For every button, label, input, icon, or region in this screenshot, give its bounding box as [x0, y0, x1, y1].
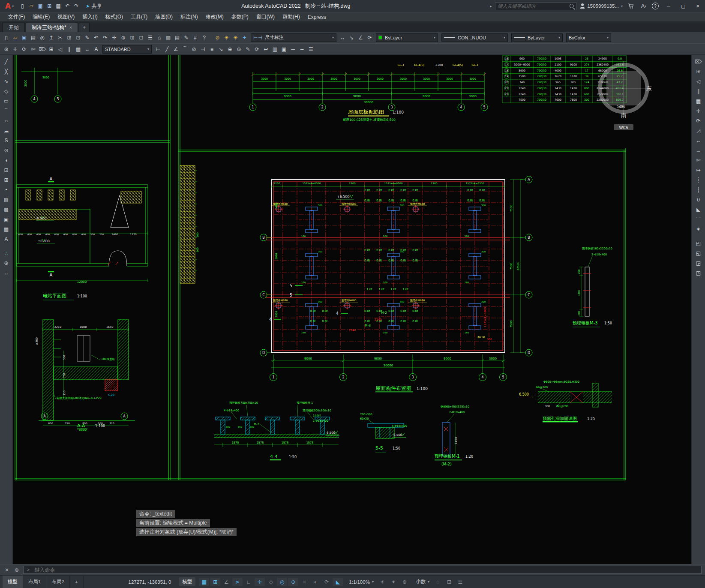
menu-item-4[interactable]: 格式(O) — [102, 12, 127, 21]
fillet-icon[interactable]: ⌒ — [693, 215, 704, 224]
command-input[interactable] — [34, 567, 698, 573]
minimize-button[interactable]: ─ — [661, 0, 676, 12]
search-input[interactable] — [498, 3, 567, 9]
ortho-mode-toggle[interactable]: ∟ — [243, 578, 254, 586]
gradient-icon[interactable]: ▩ — [1, 205, 12, 214]
annotation-visibility-icon[interactable]: ☀ — [222, 33, 231, 42]
grid-display-toggle[interactable]: ▦ — [199, 578, 209, 586]
offset-icon[interactable]: ∥ — [65, 45, 74, 54]
dynamic-ucs-toggle[interactable]: ◣ — [333, 578, 343, 586]
layer-states-icon[interactable]: ▥ — [270, 45, 279, 54]
polygon-icon[interactable]: ◇ — [1, 87, 12, 96]
rotate-icon[interactable]: ⟳ — [693, 116, 704, 126]
dim-radius-icon[interactable]: ⌒ — [180, 45, 189, 54]
dim-edit-icon[interactable]: ✎ — [243, 45, 252, 54]
construction-line-icon[interactable]: ╳ — [1, 67, 12, 76]
mirror-icon[interactable]: ◁ — [693, 77, 704, 86]
ellipse-icon[interactable]: ⊙ — [1, 146, 12, 155]
layout-tab-0[interactable]: 模型 — [3, 576, 23, 588]
autodesk-account-icon[interactable]: A▾ — [639, 1, 648, 11]
snap-mode-toggle[interactable]: ⊞ — [210, 578, 220, 586]
match-properties-icon[interactable]: ✎ — [83, 33, 92, 42]
menu-item-3[interactable]: 插入(I) — [78, 12, 101, 21]
redo-icon[interactable]: ↷ — [72, 2, 81, 10]
menu-item-10[interactable]: 窗口(W) — [252, 12, 279, 21]
undo-icon[interactable]: ↶ — [92, 33, 101, 42]
annotation-visibility-toggle[interactable]: ☀ — [377, 578, 387, 586]
array-icon[interactable]: ▦ — [74, 45, 83, 54]
redo-icon[interactable]: ↷ — [101, 33, 110, 42]
menu-item-12[interactable]: Express — [304, 13, 330, 21]
plot-preview-icon[interactable]: ◎ — [38, 33, 47, 42]
layout-tab-2[interactable]: 布局2 — [46, 576, 69, 588]
color-combo[interactable]: ByLayer ▾ — [376, 33, 438, 42]
workspace-switching-toggle[interactable]: ⊛ — [399, 578, 410, 586]
join-icon[interactable]: ∪ — [693, 195, 704, 204]
arc-icon[interactable]: ⌒ — [1, 106, 12, 116]
copy-tool-icon[interactable]: ⊞ — [47, 45, 56, 54]
annotation-autoscale-icon[interactable]: ☀ — [231, 33, 240, 42]
workspace-icon[interactable]: ⊛ — [2, 45, 11, 54]
new-file-icon[interactable]: ▯ — [2, 33, 11, 42]
design-center-icon[interactable]: ⌂ — [155, 33, 164, 42]
object-snap-tracking-toggle[interactable]: ◎ — [277, 578, 287, 586]
mtext-icon[interactable]: A — [1, 234, 12, 244]
account-menu[interactable]: 1505999135... ▾ — [580, 3, 623, 9]
pan-icon[interactable]: ✛ — [110, 33, 119, 42]
save-icon[interactable]: ▣ — [36, 2, 45, 10]
mirror-icon[interactable]: ◁ — [56, 45, 65, 54]
customize-toggle[interactable]: ☰ — [455, 578, 465, 586]
chamfer-icon[interactable]: ◣ — [693, 205, 704, 214]
draworder-above-icon[interactable]: ◲ — [693, 258, 704, 268]
lineweight-display-toggle[interactable]: ≡ — [299, 578, 309, 586]
polar-tracking-toggle[interactable]: ✛ — [255, 578, 265, 586]
save-icon[interactable]: ▣ — [20, 33, 29, 42]
copy-icon[interactable]: ⊞ — [693, 67, 704, 76]
app-store-cart-icon[interactable] — [626, 1, 636, 11]
tool-palettes-icon[interactable]: ▥ — [164, 33, 173, 42]
search-icon[interactable] — [570, 4, 574, 8]
quick-dim-icon[interactable]: ≡ — [207, 45, 216, 54]
hatch-icon[interactable]: ▨ — [1, 195, 12, 204]
polyline-icon[interactable]: ∿ — [1, 77, 12, 86]
dim-continue-icon[interactable]: ⊣ — [198, 45, 207, 54]
dim-style-combo[interactable]: ⊢⊣ 尺寸标注 ▾ — [251, 33, 336, 42]
zoom-realtime-icon[interactable]: ⊕ — [119, 33, 128, 42]
offset-icon[interactable]: ∥ — [693, 87, 704, 96]
lengthen-icon[interactable]: → — [693, 146, 704, 155]
move-icon[interactable]: ✛ — [11, 45, 20, 54]
new-file-icon[interactable]: ▯ — [18, 2, 27, 10]
menu-item-6[interactable]: 绘图(D) — [151, 12, 177, 21]
paste-icon[interactable]: ⊡ — [74, 33, 83, 42]
clean-screen-toggle[interactable]: ⊡ — [444, 578, 454, 586]
tab-document[interactable]: 制冷三站-结构* × — [26, 23, 78, 32]
markup-set-manager-icon[interactable]: ✎ — [182, 33, 191, 42]
menu-item-5[interactable]: 工具(T) — [127, 12, 151, 21]
draworder-back-icon[interactable]: ◱ — [693, 249, 704, 258]
ellipse-arc-icon[interactable]: ◖ — [1, 156, 12, 165]
lineweight-settings-icon[interactable]: ━ — [297, 45, 306, 54]
plot-icon[interactable]: ▤ — [54, 2, 63, 10]
linetype-combo[interactable]: CON...NUOU ▾ — [441, 33, 508, 42]
dim-update-icon[interactable]: ⟳ — [252, 45, 261, 54]
zoom-previous-icon[interactable]: ⊟ — [137, 33, 146, 42]
center-mark-icon[interactable]: ⊙ — [234, 45, 243, 54]
explode-icon[interactable]: ✶ — [693, 225, 704, 234]
text-style-combo[interactable]: STANDARD ▾ — [102, 45, 152, 54]
annotation-autoscale-toggle[interactable]: ✦ — [388, 578, 399, 586]
annotation-scale-sync-icon[interactable]: ✦ — [240, 33, 249, 42]
rotate-icon[interactable]: ⟳ — [20, 45, 29, 54]
menu-item-8[interactable]: 修改(M) — [202, 12, 228, 21]
quick-calc-icon[interactable]: # — [191, 33, 200, 42]
annotation-lock-icon[interactable]: ⊘ — [213, 33, 222, 42]
dim-angular-icon[interactable]: ∠ — [171, 45, 180, 54]
help-icon[interactable]: ? — [200, 33, 209, 42]
make-block-icon[interactable]: ⊞ — [1, 175, 12, 185]
break-icon[interactable]: ┆ — [693, 185, 704, 195]
menu-item-7[interactable]: 标注(N) — [177, 12, 202, 21]
viewcube-south-label[interactable]: 南 — [621, 112, 627, 119]
tolerance-icon[interactable]: ⊕ — [225, 45, 234, 54]
close-button[interactable]: ✕ — [690, 0, 705, 12]
customize-command-icon[interactable]: ⊛ — [13, 567, 20, 573]
tab-start[interactable]: 开始 — [3, 23, 25, 32]
